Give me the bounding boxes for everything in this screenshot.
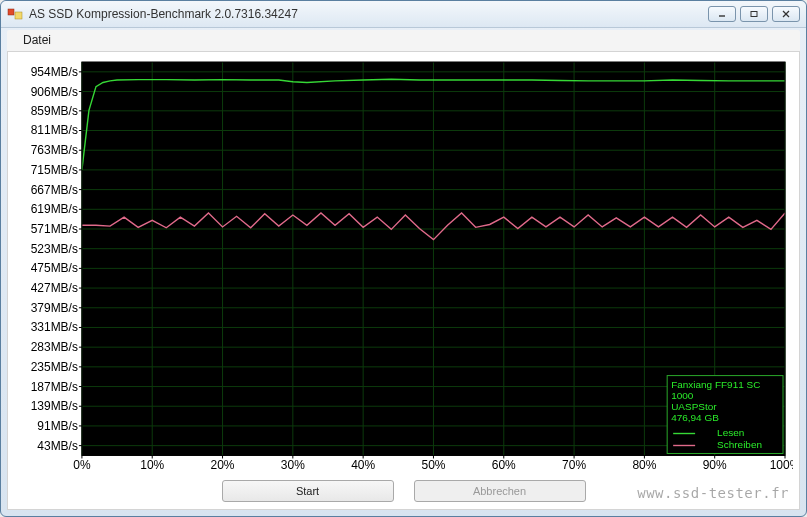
button-row: Start Abbrechen [8,475,799,509]
cancel-button: Abbrechen [414,480,586,502]
svg-text:43MB/s: 43MB/s [37,438,78,452]
svg-text:235MB/s: 235MB/s [31,359,78,373]
svg-rect-0 [8,9,14,15]
chart-container: 43MB/s91MB/s139MB/s187MB/s235MB/s283MB/s… [8,52,799,475]
app-icon [7,6,23,22]
svg-text:187MB/s: 187MB/s [31,379,78,393]
svg-text:0%: 0% [73,458,91,472]
svg-text:331MB/s: 331MB/s [31,320,78,334]
window-title: AS SSD Kompression-Benchmark 2.0.7316.34… [29,7,708,21]
svg-text:10%: 10% [140,458,164,472]
svg-text:283MB/s: 283MB/s [31,340,78,354]
svg-text:667MB/s: 667MB/s [31,182,78,196]
svg-text:475MB/s: 475MB/s [31,261,78,275]
svg-text:100%: 100% [770,458,793,472]
svg-text:20%: 20% [211,458,235,472]
svg-text:523MB/s: 523MB/s [31,241,78,255]
compression-chart: 43MB/s91MB/s139MB/s187MB/s235MB/s283MB/s… [14,56,793,475]
svg-rect-1 [15,12,22,19]
maximize-button[interactable] [740,6,768,22]
svg-text:80%: 80% [632,458,656,472]
svg-text:859MB/s: 859MB/s [31,103,78,117]
svg-text:90%: 90% [703,458,727,472]
svg-text:1000: 1000 [671,389,694,400]
start-button[interactable]: Start [222,480,394,502]
app-window: AS SSD Kompression-Benchmark 2.0.7316.34… [0,0,807,517]
svg-text:139MB/s: 139MB/s [31,399,78,413]
window-controls [708,6,800,22]
minimize-button[interactable] [708,6,736,22]
svg-text:763MB/s: 763MB/s [31,143,78,157]
svg-text:954MB/s: 954MB/s [31,64,78,78]
content-area: 43MB/s91MB/s139MB/s187MB/s235MB/s283MB/s… [7,52,800,510]
svg-text:811MB/s: 811MB/s [31,123,78,137]
svg-text:40%: 40% [351,458,375,472]
svg-text:UASPStor: UASPStor [671,400,717,411]
svg-text:91MB/s: 91MB/s [37,418,78,432]
svg-text:Schreiben: Schreiben [717,439,762,450]
svg-text:379MB/s: 379MB/s [31,300,78,314]
svg-text:Fanxiang FF911 SC: Fanxiang FF911 SC [671,378,760,389]
svg-text:619MB/s: 619MB/s [31,202,78,216]
svg-text:906MB/s: 906MB/s [31,84,78,98]
svg-text:50%: 50% [421,458,445,472]
svg-text:715MB/s: 715MB/s [31,162,78,176]
svg-text:30%: 30% [281,458,305,472]
svg-rect-3 [751,12,757,17]
svg-text:60%: 60% [492,458,516,472]
svg-text:571MB/s: 571MB/s [31,222,78,236]
close-button[interactable] [772,6,800,22]
svg-text:70%: 70% [562,458,586,472]
menu-file[interactable]: Datei [15,31,59,49]
menubar: Datei [7,30,800,51]
svg-text:Lesen: Lesen [717,427,744,438]
svg-text:427MB/s: 427MB/s [31,281,78,295]
titlebar: AS SSD Kompression-Benchmark 2.0.7316.34… [1,1,806,28]
svg-text:476,94 GB: 476,94 GB [671,411,719,422]
